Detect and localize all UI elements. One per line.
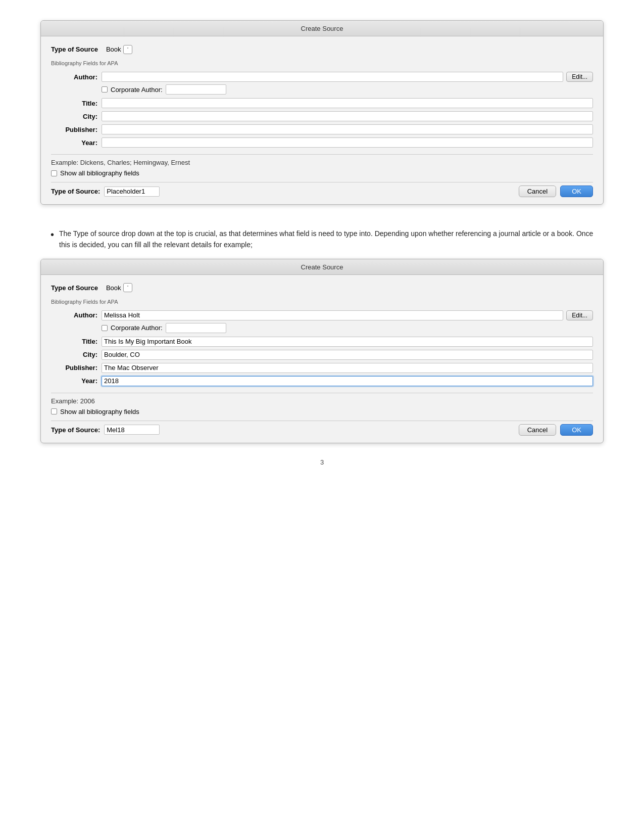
page-number: 3 [40, 458, 604, 466]
dialog-2: Create Source Type of Source Book ˅ Bibl… [40, 259, 604, 443]
bullet-dot: • [51, 228, 54, 251]
publisher-label-2: Publisher: [51, 362, 102, 374]
type-of-source-label-2: Type of Source [51, 282, 102, 294]
year-input-2[interactable] [102, 376, 593, 386]
empty-label-1a [51, 83, 102, 97]
example-text-2: Example: 2006 [51, 397, 593, 405]
city-control-2 [102, 348, 593, 361]
bullet-section: • The Type of source drop down at the to… [40, 220, 604, 259]
title-control-2 [102, 335, 593, 348]
dialog-1: Create Source Type of Source Book ˅ Bibl… [40, 20, 604, 205]
corporate-checkbox-2[interactable] [102, 325, 108, 331]
corporate-input-1[interactable] [166, 84, 226, 95]
year-label-1: Year: [51, 137, 102, 149]
title-label-1: Title: [51, 98, 102, 109]
city-control-1 [102, 110, 593, 123]
source-select-1: Book ˅ [106, 45, 132, 54]
edit-button-1[interactable]: Edit... [566, 72, 593, 82]
year-input-1[interactable] [102, 137, 593, 148]
source-type-value-2: Book [106, 284, 121, 292]
corporate-cell-1: Corporate Author: [102, 83, 593, 97]
type-of-source-row-2: Type of Source Book ˅ [51, 282, 593, 294]
publisher-label-1: Publisher: [51, 124, 102, 135]
placeholder-input-2[interactable] [104, 425, 160, 435]
author-control-1: Edit... [102, 70, 593, 83]
bottom-bar-2: Type of Source: Cancel OK [51, 421, 593, 436]
title-input-1[interactable] [102, 98, 593, 108]
bib-section-label-1: Bibliography Fields for APA [51, 60, 593, 66]
corporate-label-1: Corporate Author: [111, 86, 163, 94]
show-all-label-1: Show all bibliography fields [60, 169, 139, 177]
dialog-1-title: Create Source [41, 21, 603, 36]
example-text-1: Example: Dickens, Charles; Hemingway, Er… [51, 159, 593, 166]
publisher-input-2[interactable] [102, 363, 593, 373]
author-control-2: Edit... [102, 309, 593, 322]
corporate-input-2[interactable] [166, 323, 226, 333]
show-all-checkbox-2[interactable] [51, 408, 57, 414]
year-control-2 [102, 375, 593, 388]
city-label-1: City: [51, 111, 102, 122]
dialog-2-title: Create Source [41, 259, 603, 275]
form-grid-1: Author: Edit... Corporate Author: Title:… [51, 70, 593, 149]
type-of-source-row-1: Type of Source Book ˅ [51, 43, 593, 55]
spinner-icon-2[interactable]: ˅ [123, 283, 132, 292]
source-select-2: Book ˅ [106, 283, 132, 292]
source-type-value-1: Book [106, 45, 121, 53]
show-all-row-2: Show all bibliography fields [51, 408, 593, 415]
city-label-2: City: [51, 349, 102, 360]
corporate-cell-2: Corporate Author: [102, 322, 593, 335]
bottom-bar-label-1: Type of Source: [51, 188, 100, 195]
spinner-icon-1[interactable]: ˅ [123, 45, 132, 54]
title-input-2[interactable] [102, 337, 593, 347]
ok-button-1[interactable]: OK [560, 186, 593, 197]
title-control-1 [102, 97, 593, 110]
city-input-1[interactable] [102, 111, 593, 121]
bullet-text: The Type of source drop down at the top … [59, 228, 604, 251]
city-input-2[interactable] [102, 350, 593, 360]
year-control-1 [102, 136, 593, 149]
publisher-input-1[interactable] [102, 124, 593, 134]
author-input-2[interactable] [102, 310, 563, 320]
publisher-control-2 [102, 361, 593, 375]
title-label-2: Title: [51, 336, 102, 347]
show-all-checkbox-1[interactable] [51, 170, 57, 176]
show-all-row-1: Show all bibliography fields [51, 169, 593, 177]
cancel-button-2[interactable]: Cancel [519, 424, 556, 436]
bottom-bar-label-2: Type of Source: [51, 426, 100, 434]
type-of-source-label-1: Type of Source [51, 43, 102, 55]
author-input-1[interactable] [102, 72, 563, 82]
author-label-2: Author: [51, 309, 102, 321]
bullet-item: • The Type of source drop down at the to… [51, 228, 604, 251]
publisher-control-1 [102, 123, 593, 136]
year-label-2: Year: [51, 375, 102, 387]
edit-button-2[interactable]: Edit... [566, 310, 593, 320]
cancel-button-1[interactable]: Cancel [519, 186, 556, 197]
placeholder-input-1[interactable] [104, 187, 160, 197]
form-grid-2: Author: Edit... Corporate Author: Title:… [51, 309, 593, 388]
corporate-label-2: Corporate Author: [111, 324, 163, 332]
corporate-checkbox-1[interactable] [102, 86, 108, 92]
empty-label-2a [51, 322, 102, 335]
ok-button-2[interactable]: OK [560, 424, 593, 436]
author-label-1: Author: [51, 71, 102, 83]
bottom-bar-1: Type of Source: Cancel OK [51, 182, 593, 197]
show-all-label-2: Show all bibliography fields [60, 408, 139, 415]
bib-section-label-2: Bibliography Fields for APA [51, 299, 593, 305]
